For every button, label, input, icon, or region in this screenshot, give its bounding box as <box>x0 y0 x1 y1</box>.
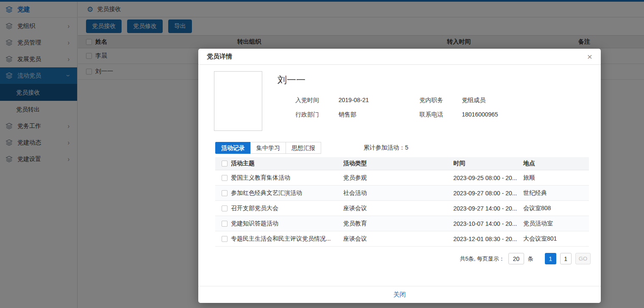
field-value-party-position: 党组成员 <box>462 97 498 104</box>
field-value-join-date: 2019-08-21 <box>339 97 419 104</box>
member-info-block: 刘一一 入党时间 2019-08-21 党内职务 党组成员 行政部门 销售部 联… <box>278 71 498 131</box>
member-photo-placeholder <box>214 71 262 131</box>
field-label-party-position: 党内职务 <box>419 97 462 104</box>
tab-activity-record[interactable]: 活动记录 <box>215 142 251 154</box>
activity-time-cell: 2023-10-07 14:00 - 20... <box>453 220 517 227</box>
activity-row[interactable]: 党建知识答题活动 党员教育 2023-10-07 14:00 - 20... 党… <box>215 216 589 231</box>
column-header-activity-topic: 活动主题 <box>231 160 255 167</box>
field-value-phone: 18016000965 <box>462 111 498 119</box>
go-button[interactable]: GO <box>575 253 591 264</box>
activity-topic-cell: 党建知识答题活动 <box>231 220 278 228</box>
activity-count-summary: 累计参加活动：5 <box>364 144 408 152</box>
select-all-checkbox[interactable] <box>222 161 228 166</box>
activity-topic-cell: 专题民主生活会和民主评议党员情况... <box>231 235 331 243</box>
activity-type-cell: 座谈会议 <box>343 235 367 243</box>
activity-time-cell: 2023-09-27 14:00 - 20... <box>453 205 517 212</box>
page-size-input[interactable] <box>508 253 524 264</box>
activity-row[interactable]: 参加红色经典文艺汇演活动 社会活动 2023-09-27 08:00 - 20.… <box>215 186 589 201</box>
modal-tabs: 活动记录 集中学习 思想汇报 累计参加活动：5 <box>215 142 589 154</box>
column-header-place: 地点 <box>523 160 535 167</box>
field-value-department: 销售部 <box>339 111 419 119</box>
pagination-unit-label: 条 <box>528 255 533 263</box>
activity-topic-cell: 爱国主义教育集体活动 <box>231 174 290 182</box>
activity-type-cell: 党员教育 <box>343 220 367 228</box>
field-label-phone: 联系电话 <box>419 111 462 119</box>
modal-footer: 关闭 <box>198 286 601 303</box>
column-header-time: 时间 <box>453 160 465 167</box>
current-page-button[interactable]: 1 <box>545 253 556 264</box>
pagination-total-text: 共5条, 每页显示： <box>460 255 504 263</box>
tab-thought-report[interactable]: 思想汇报 <box>286 142 321 154</box>
activity-time-cell: 2023-09-25 08:00 - 20... <box>453 175 517 181</box>
modal-close-link[interactable]: 关闭 <box>393 291 406 299</box>
field-label-join-date: 入党时间 <box>295 97 339 104</box>
activity-place-cell: 旅顺 <box>523 174 535 182</box>
member-name: 刘一一 <box>278 74 498 86</box>
activity-row[interactable]: 爱国主义教育集体活动 党员参观 2023-09-25 08:00 - 20...… <box>215 170 589 186</box>
row-checkbox[interactable] <box>222 236 228 242</box>
activity-row[interactable]: 召开支部党员大会 座谈会议 2023-09-27 14:00 - 20... 会… <box>215 201 589 216</box>
activity-row[interactable]: 专题民主生活会和民主评议党员情况... 座谈会议 2023-12-01 08:3… <box>215 231 589 247</box>
activity-table-header: 活动主题 活动类型 时间 地点 <box>215 157 589 170</box>
row-checkbox[interactable] <box>222 221 228 227</box>
activity-topic-cell: 召开支部党员大会 <box>231 205 278 212</box>
activity-time-cell: 2023-12-01 08:30 - 20... <box>453 236 517 242</box>
activity-place-cell: 大会议室801 <box>523 235 557 243</box>
activity-place-cell: 党员活动室 <box>523 220 553 228</box>
activity-table: 活动主题 活动类型 时间 地点 爱国主义教育集体活动 党员参观 2023-09-… <box>215 157 589 247</box>
modal-title: 党员详情 <box>207 53 232 61</box>
tab-group-study[interactable]: 集中学习 <box>250 142 286 154</box>
member-detail-modal: 党员详情 × 刘一一 入党时间 2019-08-21 党内职务 党组成员 行政部… <box>198 49 601 303</box>
member-fields: 入党时间 2019-08-21 党内职务 党组成员 行政部门 销售部 联系电话 … <box>295 97 498 119</box>
row-checkbox[interactable] <box>222 175 228 181</box>
activity-type-cell: 社会活动 <box>343 189 367 197</box>
close-icon[interactable]: × <box>587 52 592 61</box>
field-label-department: 行政部门 <box>295 111 339 119</box>
modal-header: 党员详情 × <box>198 49 601 65</box>
member-profile-section: 刘一一 入党时间 2019-08-21 党内职务 党组成员 行政部门 销售部 联… <box>214 71 589 131</box>
row-checkbox[interactable] <box>222 205 228 211</box>
activity-type-cell: 党员参观 <box>343 174 367 182</box>
activity-time-cell: 2023-09-27 08:00 - 20... <box>453 190 517 197</box>
pagination: 共5条, 每页显示： 条 1 GO <box>198 253 591 264</box>
column-header-activity-type: 活动类型 <box>343 160 367 167</box>
goto-page-input[interactable] <box>560 253 572 264</box>
activity-place-cell: 世纪经典 <box>523 189 547 197</box>
row-checkbox[interactable] <box>222 190 228 196</box>
app-window: 党建 党组织 › 党员管理 › 发展党员 › 流动党员 › 党员接收 党员转出 … <box>0 0 644 308</box>
activity-type-cell: 座谈会议 <box>343 205 367 212</box>
activity-topic-cell: 参加红色经典文艺汇演活动 <box>231 189 302 197</box>
activity-place-cell: 会议室808 <box>523 205 551 212</box>
